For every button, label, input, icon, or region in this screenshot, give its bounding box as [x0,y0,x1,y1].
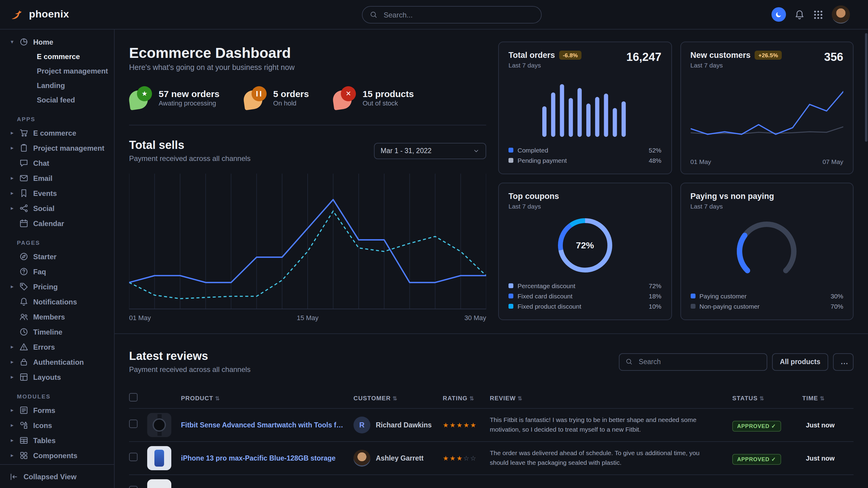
sidebar-item-calendar[interactable]: Calendar [0,216,114,231]
product-link[interactable]: iPhone 13 pro max-Pacific Blue-128GB sto… [181,455,353,462]
search-icon [625,358,633,365]
total-orders-bar-chart [508,69,661,145]
stat-value: 15 products [363,89,414,99]
icons-icon [19,421,28,430]
row-checkbox[interactable] [129,453,137,461]
sidebar-item-social[interactable]: ▸Social [0,201,114,216]
x-axis-tick: 30 May [464,314,486,321]
reviews-search[interactable] [619,353,767,370]
top-coupons-donut-chart: 72% [555,215,615,275]
notifications-button[interactable] [795,9,805,20]
sidebar-item-members[interactable]: Members [0,309,114,324]
collapsed-view-label: Collapsed View [24,472,76,481]
date-range-select[interactable]: Mar 1 - 31, 2022 [374,142,486,159]
change-badge: -6.8% [559,51,582,60]
stat-value: 5 orders [273,89,309,99]
layouts-icon [19,372,28,382]
column-header-rating[interactable]: RATING⇅ [443,395,490,401]
column-header-customer[interactable]: CUSTOMER⇅ [353,395,443,401]
authentication-icon [19,357,28,366]
sidebar-section-label-apps: APPS [0,107,114,125]
sidebar-item-tables[interactable]: ▸Tables [0,433,114,448]
sidebar-item-label: Layouts [33,373,61,381]
sidebar-item-label: E commerce [33,129,76,137]
quick-stats: ★57 new ordersAwating processing5 orders… [129,86,486,109]
customer-name: Ashley Garrett [376,455,424,462]
sidebar-item-faq[interactable]: Faq [0,264,114,279]
new-customers-line-chart [690,69,843,158]
sidebar-subitem-project-management[interactable]: Project management [0,64,114,78]
select-all-checkbox[interactable] [129,393,137,401]
sidebar-item-label: Timeline [33,328,62,336]
collapsed-view-toggle[interactable]: Collapsed View [0,464,114,488]
scrollbar-thumb[interactable] [865,33,867,142]
column-header-time[interactable]: TIME⇅ [802,395,854,401]
column-header-status[interactable]: STATUS⇅ [732,395,802,401]
status-cell: APPROVED ✓ [732,420,802,430]
sidebar-item-events[interactable]: ▸Events [0,186,114,201]
sidebar-item-e-commerce[interactable]: ▸E commerce [0,125,114,140]
brand-logo[interactable]: phoenix [10,7,115,22]
sidebar-item-layouts[interactable]: ▸Layouts [0,369,114,385]
product-image[interactable] [147,413,171,437]
tables-icon [19,436,28,445]
row-checkbox[interactable] [129,486,137,488]
app-window: phoenix ▾HomeE commerceProject managemen… [0,0,868,488]
sidebar-subitem-e-commerce[interactable]: E commerce [0,50,114,64]
customer-cell: RRichard Dawkins [353,417,443,433]
sidebar-item-label: Components [33,451,78,460]
sidebar-item-chat[interactable]: Chat [0,156,114,171]
sidebar-item-label: Social [33,204,55,213]
components-icon [19,451,28,460]
sidebar-subitem-social-feed[interactable]: Social feed [0,93,114,107]
column-header-review[interactable]: REVIEW⇅ [490,395,732,401]
sidebar-item-pricing[interactable]: ▸Pricing [0,279,114,294]
all-products-filter-button[interactable]: All products [772,353,828,370]
total-orders-legend: Completed52%Pending payment48% [508,145,661,165]
theme-toggle-button[interactable] [772,7,786,22]
column-header-product[interactable]: PRODUCT⇅ [181,395,353,401]
sidebar-item-errors[interactable]: ▸Errors [0,339,114,355]
caret-icon: ▸ [11,344,17,350]
sidebar-item-icons[interactable]: ▸Icons [0,418,114,433]
page-title: Ecommerce Dashboard [129,44,486,62]
sidebar-item-authentication[interactable]: ▸Authentication [0,355,114,369]
sidebar-subitem-landing[interactable]: Landing [0,78,114,93]
sidebar-item-notifications[interactable]: Notifications [0,294,114,309]
sidebar-item-forms[interactable]: ▸Forms [0,403,114,418]
card-period: Last 7 days [690,62,782,69]
latest-reviews-section: Latest reviews Payment received across a… [129,350,854,488]
row-checkbox[interactable] [129,420,137,428]
global-search[interactable] [362,6,542,24]
donut-center-value: 72% [555,215,615,275]
product-image[interactable] [147,479,171,488]
more-options-button[interactable]: ... [833,353,854,370]
collapse-icon [10,472,18,481]
paying-gauge-chart [690,210,843,291]
latest-reviews-title: Latest reviews [129,350,251,363]
sidebar-item-email[interactable]: ▸Email [0,171,114,186]
sort-icon: ⇅ [820,395,825,401]
user-avatar[interactable] [832,5,850,24]
sort-icon: ⇅ [469,395,474,401]
sidebar-item-timeline[interactable]: Timeline [0,324,114,339]
sidebar-item-project-management[interactable]: ▸Project management [0,140,114,156]
product-link[interactable]: Fitbit Sense Advanced Smartwatch with To… [181,421,353,429]
card-total-orders: Total orders -6.8% Last 7 days 16,247 Co… [498,42,672,174]
reviews-search-input[interactable] [638,357,761,366]
bell-icon [795,9,805,20]
apps-grid-button[interactable] [813,9,824,20]
timeline-icon [19,327,28,336]
legend-item-non-paying-customer: Non-paying customer70% [690,301,843,311]
sidebar-item-label: Notifications [33,297,77,306]
caret-icon: ▾ [11,39,17,44]
quick-stat-on-hold: 5 ordersOn hold [244,86,309,109]
sidebar-item-home[interactable]: ▾Home [0,34,114,50]
new-customers-x-axis: 01 May07 May [690,158,843,165]
sidebar-item-starter[interactable]: Starter [0,249,114,264]
global-search-input[interactable] [382,10,534,20]
product-image[interactable] [147,446,171,470]
product-thumb-cell [147,446,181,470]
card-period: Last 7 days [690,202,774,210]
sidebar-item-components[interactable]: ▸Components [0,448,114,463]
